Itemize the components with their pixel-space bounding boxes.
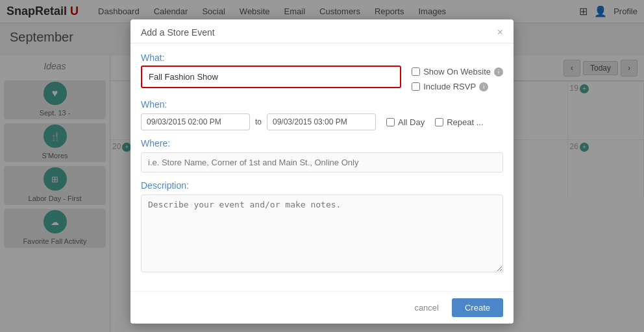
modal-header: Add a Store Event × [130,19,514,43]
create-button[interactable]: Create [452,298,503,317]
what-input-border [141,65,401,88]
modal-body: What: Show On Website i Include RSVP i [130,43,514,291]
what-section: What: Show On Website i Include RSVP i [141,53,503,91]
include-rsvp-label: Include RSVP [423,82,476,91]
repeat-row[interactable]: Repeat ... [435,117,483,127]
where-input[interactable] [141,152,503,172]
checkboxes-col: Show On Website i Include RSVP i [412,53,503,91]
modal-overlay: Add a Store Event × What: Show On Websit… [0,0,644,332]
when-section: When: to All Day Repeat ... [141,99,503,130]
include-rsvp-row[interactable]: Include RSVP i [412,82,503,91]
end-date-input[interactable] [267,113,376,130]
cancel-button[interactable]: cancel [408,298,445,317]
all-day-label: All Day [398,117,425,127]
modal-close-button[interactable]: × [497,27,503,38]
when-label: When: [141,99,503,110]
all-day-checkbox[interactable] [386,118,395,126]
show-on-website-row[interactable]: Show On Website i [412,67,503,77]
what-field-wrap: What: [141,53,401,88]
to-label: to [255,117,262,126]
repeat-label: Repeat ... [447,117,483,127]
include-rsvp-checkbox[interactable] [412,82,420,91]
modal-title: Add a Store Event [141,27,215,38]
when-inputs: to All Day Repeat ... [141,113,503,130]
show-on-website-info-icon[interactable]: i [494,67,503,77]
repeat-checkbox[interactable] [435,118,443,126]
show-on-website-label: Show On Website [423,67,491,77]
include-rsvp-info-icon[interactable]: i [479,82,488,91]
where-section: Where: [141,138,503,172]
modal-footer: cancel Create [130,291,514,324]
description-textarea[interactable] [141,195,503,272]
start-date-input[interactable] [141,113,250,130]
what-input[interactable] [143,68,399,86]
show-on-website-checkbox[interactable] [412,67,420,76]
all-day-row[interactable]: All Day [386,117,425,127]
description-section: Description: [141,180,503,274]
where-label: Where: [141,138,503,148]
add-event-modal: Add a Store Event × What: Show On Websit… [130,19,514,324]
what-label: What: [141,53,401,63]
description-label: Description: [141,180,503,191]
